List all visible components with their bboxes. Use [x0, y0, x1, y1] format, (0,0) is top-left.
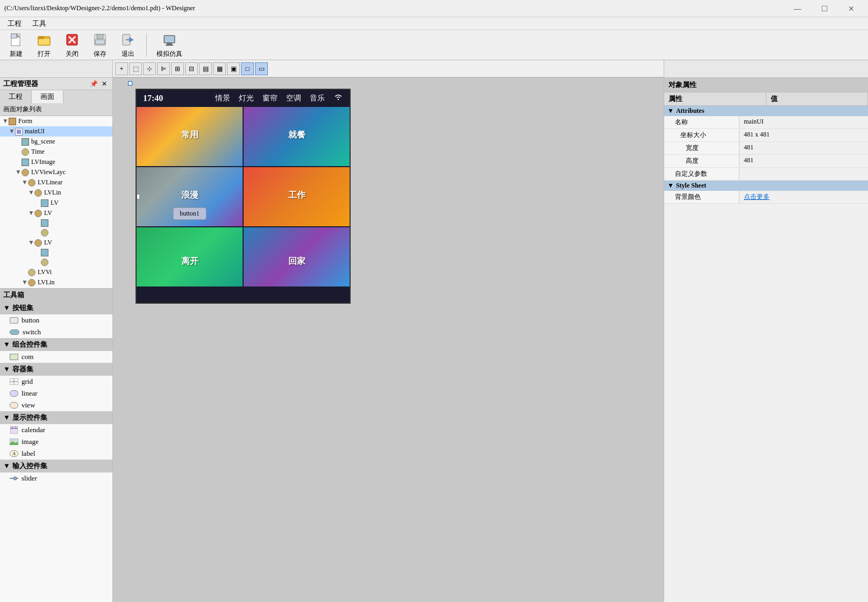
align-right-button[interactable]: ⊟: [185, 62, 198, 75]
align-center-button[interactable]: ⊞: [171, 62, 184, 75]
scene-tile-gongzuo[interactable]: 工作: [244, 167, 350, 226]
section-container[interactable]: ▼ 容器集: [0, 363, 112, 376]
prop-name-label: 名称: [664, 116, 739, 128]
toolbox-title: 工具箱: [0, 289, 112, 302]
resize-handle-left[interactable]: [137, 194, 140, 199]
tree-item-lv-folder-1[interactable]: ▼ LV: [0, 208, 112, 218]
switch-icon: [10, 329, 19, 335]
toolbox-linear[interactable]: linear: [0, 388, 112, 399]
select-tool-button[interactable]: ⬚: [129, 62, 142, 75]
section-input[interactable]: ▼ 输入控件集: [0, 460, 112, 472]
view-mode-button[interactable]: □: [241, 62, 254, 75]
align-left-button[interactable]: ⊫: [157, 62, 170, 75]
tile-label-likai: 离开: [181, 256, 198, 267]
props-section-stylesheet[interactable]: ▼ Style Sheet: [664, 181, 868, 191]
scene-tile-langman[interactable]: 浪漫 button1: [137, 167, 243, 226]
tree-item-lvvi[interactable]: LVVi: [0, 267, 112, 277]
add-tool-button[interactable]: ＋: [115, 62, 128, 75]
scene-grid: 常用 就餐 浪漫 button1: [137, 107, 350, 286]
scene-tile-likai[interactable]: 离开: [137, 227, 243, 286]
tree-item-lvlin[interactable]: ▼ LVLin: [0, 277, 112, 288]
tree-item-form[interactable]: ▼ Form: [0, 116, 112, 126]
tree-item-mainui[interactable]: ▼ mainUI: [0, 126, 112, 137]
tree-item-time[interactable]: Time: [0, 147, 112, 157]
prop-bg-color-value[interactable]: 点击更多: [739, 191, 868, 203]
tree-item-lv-sub[interactable]: ... LV: [0, 288, 112, 288]
new-button[interactable]: 新建: [4, 30, 28, 60]
toolbox-view[interactable]: view: [0, 399, 112, 411]
menu-bar: 工程 工具: [0, 17, 868, 30]
svg-rect-17: [167, 43, 172, 45]
minimize-button[interactable]: —: [785, 2, 810, 15]
menu-item-tools[interactable]: 工具: [27, 18, 52, 30]
nav-curtain[interactable]: 窗帘: [262, 94, 278, 103]
snap-button[interactable]: ▦: [213, 62, 226, 75]
nav-light[interactable]: 灯光: [239, 94, 254, 103]
toolbox-grid[interactable]: grid: [0, 376, 112, 388]
prop-size-label: 坐标大小: [664, 129, 739, 141]
canvas-area[interactable]: 17:40 情景 灯光 窗帘 空调 音乐: [113, 78, 664, 602]
pm-close-button[interactable]: ✕: [99, 79, 109, 89]
open-button[interactable]: 打开: [32, 30, 56, 60]
prop-height-value[interactable]: 481: [739, 155, 868, 167]
props-section-attributes[interactable]: ▼ Attributes: [664, 106, 868, 116]
props-row-name: 名称 mainUI: [664, 116, 868, 129]
pm-pin-button[interactable]: 📌: [89, 79, 98, 89]
button1[interactable]: button1: [173, 207, 207, 220]
save-button[interactable]: 保存: [88, 30, 112, 60]
toolbox-slider[interactable]: slider: [0, 472, 112, 484]
svg-rect-12: [95, 40, 105, 44]
close-button[interactable]: ✕: [839, 2, 864, 15]
tree-item-circle1[interactable]: [0, 228, 112, 238]
section-display[interactable]: ▼ 显示控件集: [0, 411, 112, 424]
exit-button[interactable]: 退出: [116, 30, 140, 60]
com-icon: [10, 354, 18, 360]
toolbox-image[interactable]: image: [0, 436, 112, 448]
handle-br[interactable]: [128, 81, 132, 85]
svg-rect-4: [38, 38, 50, 45]
tab-project[interactable]: 工程: [0, 90, 32, 103]
pm-title: 工程管理器: [3, 79, 38, 89]
scene-tile-juchan[interactable]: 就餐: [244, 107, 350, 166]
grid-label: grid: [22, 377, 33, 386]
new-file-icon: [8, 31, 25, 48]
prop-width-value[interactable]: 481: [739, 142, 868, 154]
scene-tile-huijia[interactable]: 回家: [244, 227, 350, 286]
tab-canvas[interactable]: 画面: [32, 90, 63, 103]
simulate-button[interactable]: 模拟仿真: [153, 30, 186, 60]
tree-item-img1[interactable]: [0, 218, 112, 228]
nav-scene[interactable]: 情景: [215, 94, 230, 103]
tree-item-bg-scene[interactable]: bg_scene: [0, 137, 112, 147]
section-buttons[interactable]: ▼ 按钮集: [0, 302, 112, 314]
prop-name-value[interactable]: mainUI: [739, 116, 868, 128]
nav-ac[interactable]: 空调: [286, 94, 301, 103]
toolbox-label[interactable]: A label: [0, 448, 112, 460]
grid-button[interactable]: ▤: [199, 62, 212, 75]
tree-item-circle2[interactable]: [0, 257, 112, 267]
tree-item-lv-folder-2[interactable]: ▼ LV: [0, 238, 112, 248]
section-combo[interactable]: ▼ 组合控件集: [0, 338, 112, 351]
toolbox-button[interactable]: button: [0, 314, 112, 326]
tree-item-lvviewlayc[interactable]: ▼ LVViewLayc: [0, 167, 112, 177]
tree-item-lvlinear[interactable]: ▼ LVLinear: [0, 177, 112, 188]
tree-item-lv-img[interactable]: LV: [0, 198, 112, 208]
outer-selection: 17:40 情景 灯光 窗帘 空调 音乐: [129, 82, 131, 84]
tree-item-lvlir-1[interactable]: ▼ LVLin: [0, 188, 112, 198]
scene-tile-changyon[interactable]: 常用: [137, 107, 243, 166]
toolbox-com[interactable]: com: [0, 351, 112, 363]
close-file-button[interactable]: 关闭: [60, 30, 84, 60]
prop-custom-params-value[interactable]: [739, 168, 868, 180]
maximize-button[interactable]: ☐: [812, 2, 837, 15]
view-icon: [10, 402, 18, 408]
move-tool-button[interactable]: ⊹: [143, 62, 156, 75]
panel-button[interactable]: ▭: [255, 62, 268, 75]
menu-item-project[interactable]: 工程: [2, 18, 27, 30]
toolbox-switch[interactable]: switch: [0, 326, 112, 338]
toolbox-calendar[interactable]: calendar: [0, 424, 112, 436]
toolbar: 新建 打开 关闭: [0, 30, 868, 60]
tree-item-img2[interactable]: [0, 248, 112, 257]
project-manager: 工程管理器 📌 ✕ 工程 画面 画面对象列表 ▼ Form: [0, 78, 112, 289]
tree-item-lvimage[interactable]: LVImage: [0, 157, 112, 167]
zoom-fit-button[interactable]: ▣: [227, 62, 240, 75]
nav-music[interactable]: 音乐: [310, 94, 325, 103]
